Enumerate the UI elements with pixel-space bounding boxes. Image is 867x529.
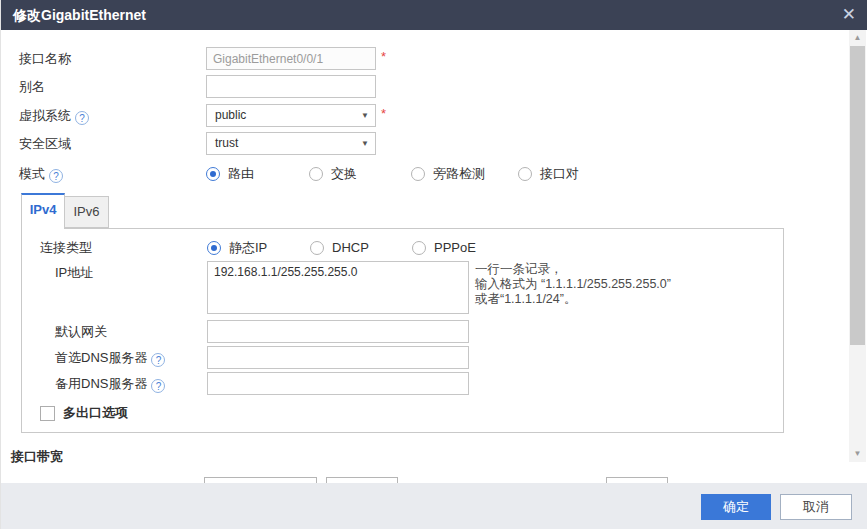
alias-input[interactable] [206, 75, 376, 98]
mode-radio-route[interactable]: 路由 [206, 162, 254, 185]
multi-exit-checkbox[interactable] [40, 406, 55, 421]
alias-label: 别名 [19, 75, 45, 98]
scrollbar-thumb[interactable] [850, 46, 865, 345]
security-zone-label: 安全区域 [19, 132, 71, 155]
radio-icon [412, 241, 426, 255]
help-icon[interactable]: ? [75, 111, 89, 125]
security-zone-value: trust [215, 136, 238, 150]
virtual-system-label: 虚拟系统? [19, 104, 89, 127]
dialog-footer: 确定 取消 [1, 483, 867, 529]
required-asterisk: * [381, 106, 391, 121]
mode-label: 模式? [19, 162, 63, 185]
conn-radio-static-ip[interactable]: 静态IP [207, 236, 267, 259]
help-icon[interactable]: ? [49, 169, 63, 183]
close-icon[interactable]: ✕ [842, 0, 856, 30]
tab-ipv4[interactable]: IPv4 [21, 193, 65, 229]
mode-radio-interface-pair[interactable]: 接口对 [518, 162, 579, 185]
connection-type-label: 连接类型 [40, 236, 92, 259]
help-icon[interactable]: ? [151, 379, 165, 393]
primary-dns-label: 首选DNS服务器? [55, 346, 165, 369]
scrollbar[interactable]: ▲ ▼ [849, 30, 866, 462]
conn-radio-pppoe[interactable]: PPPoE [412, 236, 476, 259]
tab-ipv6[interactable]: IPv6 [64, 196, 109, 228]
dialog-title: 修改GigabitEthernet [13, 0, 146, 30]
scroll-up-icon[interactable]: ▲ [849, 30, 866, 46]
cancel-button[interactable]: 取消 [780, 494, 852, 520]
radio-selected-icon [206, 167, 220, 181]
required-asterisk: * [381, 49, 391, 64]
chevron-down-icon: ▼ [361, 133, 369, 154]
ipv4-panel: 连接类型 静态IP DHCP PPPoE IP地址 192.168.1.1/25… [21, 228, 784, 433]
security-zone-select[interactable]: trust ▼ [206, 132, 376, 155]
interface-name-input [206, 47, 376, 70]
radio-icon [310, 241, 324, 255]
secondary-dns-label: 备用DNS服务器? [55, 372, 165, 395]
secondary-dns-input[interactable] [207, 372, 469, 395]
mode-radio-bypass[interactable]: 旁路检测 [411, 162, 485, 185]
ip-format-hint: 一行一条记录， 输入格式为 “1.1.1.1/255.255.255.0” 或者… [475, 262, 775, 307]
multi-exit-label: 多出口选项 [63, 404, 128, 422]
ip-address-textarea[interactable]: 192.168.1.1/255.255.255.0 [207, 261, 469, 314]
radio-icon [309, 167, 323, 181]
scroll-down-icon[interactable]: ▼ [849, 446, 866, 462]
default-gateway-input[interactable] [207, 320, 469, 343]
modify-interface-dialog: 修改GigabitEthernet ✕ 接口名称 * 别名 虚拟系统? publ… [0, 0, 867, 529]
ok-button[interactable]: 确定 [701, 494, 771, 520]
interface-name-label: 接口名称 [19, 47, 71, 70]
dialog-titlebar: 修改GigabitEthernet ✕ [1, 0, 867, 30]
radio-selected-icon [207, 241, 221, 255]
radio-icon [518, 167, 532, 181]
help-icon[interactable]: ? [151, 353, 165, 367]
ip-address-label: IP地址 [55, 261, 93, 284]
virtual-system-value: public [215, 108, 246, 122]
primary-dns-input[interactable] [207, 346, 469, 369]
virtual-system-select[interactable]: public ▼ [206, 104, 376, 127]
default-gateway-label: 默认网关 [55, 320, 107, 343]
conn-radio-dhcp[interactable]: DHCP [310, 236, 369, 259]
bandwidth-section-title: 接口带宽 [11, 448, 63, 466]
radio-icon [411, 167, 425, 181]
chevron-down-icon: ▼ [361, 105, 369, 126]
mode-radio-switch[interactable]: 交换 [309, 162, 357, 185]
